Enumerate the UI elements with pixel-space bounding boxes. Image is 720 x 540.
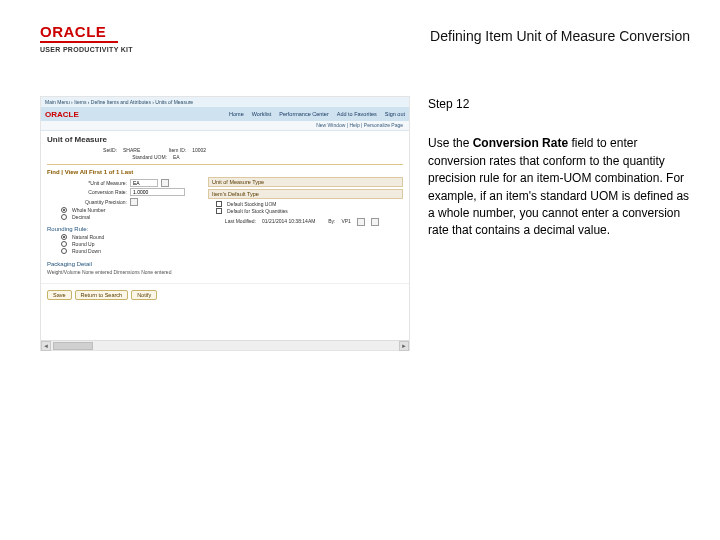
brand-block: ORACLE USER PRODUCTIVITY KIT bbox=[40, 24, 133, 53]
setid-value: SHARE bbox=[123, 147, 140, 153]
notify-button[interactable]: Notify bbox=[131, 290, 157, 300]
oracle-logo-bar bbox=[40, 41, 118, 43]
tab-strip: Find | View All First 1 of 1 Last bbox=[47, 169, 403, 175]
qtyprec-label: Quantity Precision: bbox=[47, 199, 127, 205]
default-type-box: Item's Default Type bbox=[208, 189, 403, 199]
rounding-options: Natural Round Round Up Round Down bbox=[53, 234, 202, 254]
app-window: Main Menu › Items › Define Items and Att… bbox=[40, 96, 410, 351]
round-natural[interactable]: Natural Round bbox=[61, 234, 202, 240]
scroll-right-arrow-icon[interactable]: ► bbox=[399, 341, 409, 351]
section-title: Unit of Measure bbox=[47, 135, 403, 144]
instruction-bold: Conversion Rate bbox=[473, 136, 568, 150]
save-button[interactable]: Save bbox=[47, 290, 72, 300]
lastmod-label: Last Modified: bbox=[208, 218, 256, 226]
itemid-value: 10002 bbox=[192, 147, 206, 153]
instruction-text: Use the Conversion Rate field to enter c… bbox=[428, 135, 690, 239]
round-up[interactable]: Round Up bbox=[61, 241, 202, 247]
qtyprec-dropdown-icon[interactable] bbox=[130, 198, 138, 206]
qtyprec-options: Whole Number Decimal bbox=[53, 207, 202, 220]
uom-field: *Unit of Measure: bbox=[47, 179, 202, 187]
lookup-icon[interactable] bbox=[161, 179, 169, 187]
packaging-detail: Weight/Volume None entered Dimensions No… bbox=[47, 269, 403, 275]
add-row-icon[interactable] bbox=[357, 218, 365, 226]
qtyprec-opt2-label: Decimal bbox=[72, 214, 90, 220]
instruction-column: Step 12 Use the Conversion Rate field to… bbox=[428, 96, 690, 351]
upk-subtitle: USER PRODUCTIVITY KIT bbox=[40, 46, 133, 53]
def-stock-label: Default Stocking UOM bbox=[227, 201, 276, 207]
nav-signout[interactable]: Sign out bbox=[385, 111, 405, 117]
stduom-value: EA bbox=[173, 154, 180, 160]
app-header: ORACLE Home Worklist Performance Center … bbox=[41, 107, 409, 121]
scroll-thumb[interactable] bbox=[53, 342, 93, 350]
instruction-prefix: Use the bbox=[428, 136, 473, 150]
qtyprec-field: Quantity Precision: bbox=[47, 198, 202, 206]
scroll-left-arrow-icon[interactable]: ◄ bbox=[41, 341, 51, 351]
convrate-label: Conversion Rate: bbox=[47, 189, 127, 195]
qtyprec-whole[interactable]: Whole Number bbox=[61, 207, 202, 213]
lastmod-value: 01/21/2014 10:38:14AM bbox=[262, 218, 315, 226]
pane-left: *Unit of Measure: Conversion Rate: Quant… bbox=[47, 177, 202, 255]
round-down[interactable]: Round Down bbox=[61, 248, 202, 254]
rounding-label: Rounding Rule: bbox=[47, 226, 202, 232]
stduom-label: Standard UOM: bbox=[47, 154, 167, 160]
convrate-field: Conversion Rate: bbox=[47, 188, 202, 196]
nav-home[interactable]: Home bbox=[229, 111, 244, 117]
default-stock-uom[interactable]: Default Stocking UOM bbox=[216, 201, 403, 207]
action-buttons: Save Return to Search Notify bbox=[41, 283, 409, 304]
nav-favorites[interactable]: Add to Favorites bbox=[337, 111, 377, 117]
return-button[interactable]: Return to Search bbox=[75, 290, 129, 300]
app-body: Unit of Measure SetID: SHARE Item ID: 10… bbox=[41, 131, 409, 283]
round-opt3-label: Round Down bbox=[72, 248, 101, 254]
oracle-logo: ORACLE bbox=[40, 24, 133, 39]
uom-input[interactable] bbox=[130, 179, 158, 187]
horizontal-scrollbar[interactable]: ◄ ► bbox=[41, 340, 409, 350]
default-order-uom[interactable]: Default for Stock Quantities bbox=[216, 208, 403, 214]
delete-row-icon[interactable] bbox=[371, 218, 379, 226]
app-brand-logo: ORACLE bbox=[45, 110, 79, 119]
summary-setid: SetID: SHARE Item ID: 10002 bbox=[47, 147, 403, 153]
summary-stduom: Standard UOM: EA bbox=[47, 154, 403, 160]
detail-panes: *Unit of Measure: Conversion Rate: Quant… bbox=[47, 177, 403, 255]
main-area: Main Menu › Items › Define Items and Att… bbox=[40, 96, 690, 351]
itemid-label: Item ID: bbox=[146, 147, 186, 153]
uom-label: *Unit of Measure: bbox=[47, 180, 127, 186]
pane-right: Unit of Measure Type Item's Default Type… bbox=[208, 177, 403, 255]
by-value: VP1 bbox=[341, 218, 350, 226]
page-title: Defining Item Unit of Measure Conversion bbox=[430, 28, 690, 44]
last-modified: Last Modified: 01/21/2014 10:38:14AM By:… bbox=[208, 218, 403, 226]
packaging-section: Packaging Detail bbox=[47, 261, 403, 267]
uom-type-box: Unit of Measure Type bbox=[208, 177, 403, 187]
setid-label: SetID: bbox=[47, 147, 117, 153]
divider bbox=[47, 164, 403, 165]
qtyprec-decimal[interactable]: Decimal bbox=[61, 214, 202, 220]
instruction-suffix: field to enter conversion rates that con… bbox=[428, 136, 689, 237]
conversion-rate-input[interactable] bbox=[130, 188, 185, 196]
round-opt2-label: Round Up bbox=[72, 241, 95, 247]
step-label: Step 12 bbox=[428, 96, 690, 113]
def-order-label: Default for Stock Quantities bbox=[227, 208, 288, 214]
app-preview-column: Main Menu › Items › Define Items and Att… bbox=[40, 96, 410, 351]
breadcrumb: Main Menu › Items › Define Items and Att… bbox=[41, 97, 409, 107]
nav-perf[interactable]: Performance Center bbox=[279, 111, 329, 117]
nav-worklist[interactable]: Worklist bbox=[252, 111, 271, 117]
app-subbar: New Window | Help | Personalize Page bbox=[41, 121, 409, 131]
qtyprec-opt1-label: Whole Number bbox=[72, 207, 105, 213]
by-label: By: bbox=[321, 218, 335, 226]
round-opt1-label: Natural Round bbox=[72, 234, 104, 240]
